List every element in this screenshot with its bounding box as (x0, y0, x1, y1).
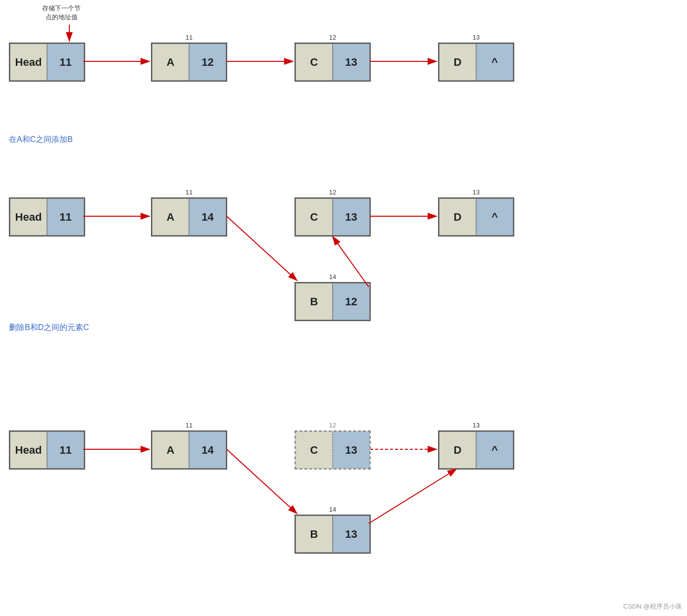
r1-d-node: 13 D ^ (438, 43, 514, 82)
r3-a-pointer: 14 (189, 431, 226, 469)
annotation-add-b: 在A和C之间添加B (9, 135, 73, 145)
svg-line-8 (333, 237, 369, 287)
r3-b-pointer: 13 (333, 516, 370, 553)
r3-c-node: 12 C 13 (294, 430, 371, 470)
r1-a-node: 11 A 12 (151, 43, 227, 82)
r2-head-pointer: 11 (47, 198, 84, 236)
r1-c-pointer: 13 (333, 44, 370, 81)
r3-a-data: A (152, 431, 189, 469)
r1-a-data: A (152, 44, 189, 81)
r2-d-pointer: ^ (476, 198, 513, 236)
r3-b-data: B (295, 516, 333, 553)
r1-head-node: Head 11 (9, 43, 85, 82)
r2-a-label: 11 (186, 189, 193, 196)
r2-b-pointer: 12 (333, 283, 370, 320)
svg-line-13 (369, 469, 456, 523)
r2-c-data: C (295, 198, 333, 236)
r1-c-node: 12 C 13 (294, 43, 371, 82)
r2-c-node: 12 C 13 (294, 197, 371, 237)
r3-d-data: D (439, 431, 476, 469)
r3-c-data: C (295, 431, 333, 469)
r2-a-pointer: 14 (189, 198, 226, 236)
r2-c-pointer: 13 (333, 198, 370, 236)
r2-d-node: 13 D ^ (438, 197, 514, 237)
r2-a-data: A (152, 198, 189, 236)
r3-a-label: 11 (186, 422, 193, 429)
r2-head-node: Head 11 (9, 197, 85, 237)
r2-b-data: B (295, 283, 333, 320)
r3-d-node: 13 D ^ (438, 430, 514, 470)
r2-c-label: 12 (329, 189, 336, 196)
r2-d-data: D (439, 198, 476, 236)
r2-b-label: 14 (329, 273, 336, 281)
annotation-store-address: 存储下一个节点的地址值 (42, 4, 81, 22)
r3-c-pointer: 13 (333, 431, 370, 469)
r3-b-node: 14 B 13 (294, 515, 371, 554)
r2-b-node: 14 B 12 (294, 282, 371, 321)
r1-d-pointer: ^ (476, 44, 513, 81)
r1-a-pointer: 12 (189, 44, 226, 81)
r3-d-pointer: ^ (476, 431, 513, 469)
svg-line-11 (227, 449, 297, 514)
r2-head-data: Head (10, 198, 47, 236)
r3-head-data: Head (10, 431, 47, 469)
r2-a-node: 11 A 14 (151, 197, 227, 237)
r3-a-node: 11 A 14 (151, 430, 227, 470)
r3-head-node: Head 11 (9, 430, 85, 470)
diagram-area: 存储下一个节点的地址值 在A和C之间添加B 删除B和D之间的元素C Head 1… (0, 0, 687, 616)
r3-c-label: 12 (329, 422, 336, 429)
r1-d-label: 13 (473, 34, 480, 41)
r1-d-data: D (439, 44, 476, 81)
watermark: CSDN @程序员小珠 (623, 602, 682, 611)
r1-a-label: 11 (186, 34, 193, 41)
r1-c-label: 12 (329, 34, 336, 41)
r3-d-label: 13 (473, 422, 480, 429)
annotation-delete-c: 删除B和D之间的元素C (9, 323, 89, 333)
r3-head-pointer: 11 (47, 431, 84, 469)
r1-head-data: Head (10, 44, 47, 81)
r2-d-label: 13 (473, 189, 480, 196)
svg-line-7 (227, 216, 297, 281)
r1-c-data: C (295, 44, 333, 81)
r1-head-pointer: 11 (47, 44, 84, 81)
r3-b-label: 14 (329, 506, 336, 513)
